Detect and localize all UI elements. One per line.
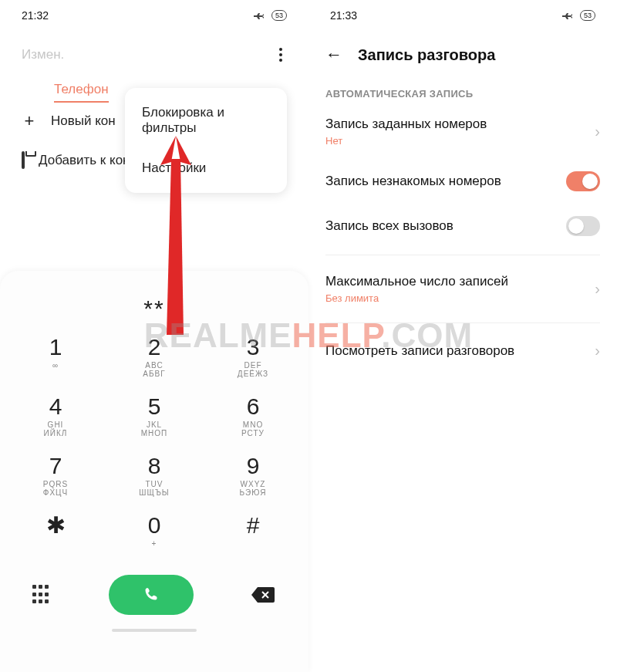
airplane-icon (253, 11, 267, 20)
tab-phone[interactable]: Телефон (54, 82, 109, 103)
popover-settings[interactable]: Настройки (125, 148, 287, 188)
setting-label: Запись незнакомых номеров (325, 174, 501, 189)
chevron-right-icon: › (595, 123, 600, 140)
overflow-popover: Блокировка и фильтры Настройки (125, 88, 287, 193)
popover-block-filters[interactable]: Блокировка и фильтры (125, 93, 287, 148)
key-3[interactable]: 3DEFДЕЁЖЗ (214, 329, 292, 384)
section-auto-record: АВТОМАТИЧЕСКАЯ ЗАПИСЬ (308, 71, 617, 104)
status-icons: 53 (253, 10, 287, 21)
status-bar: 21:32 53 (0, 0, 308, 31)
divider (325, 255, 600, 255)
setting-record-given-numbers[interactable]: Запись заданных номеров Нет › (308, 104, 617, 159)
setting-record-all-calls[interactable]: Запись всех вызовов (308, 204, 617, 248)
key-9[interactable]: 9WXYZЬЭЮЯ (214, 448, 292, 503)
divider (325, 322, 600, 323)
setting-label: Запись всех вызовов (325, 218, 453, 234)
overflow-menu-icon[interactable] (275, 43, 287, 66)
status-icons: 53 (561, 10, 595, 21)
new-contact-label: Новый кон (51, 113, 116, 129)
page-header: ← Запись разговора (308, 31, 617, 71)
call-controls (0, 567, 308, 629)
setting-sublabel: Нет (325, 135, 487, 147)
annotation-arrow (153, 136, 199, 336)
key-6[interactable]: 6MNOРСТУ (214, 389, 292, 444)
battery-icon: 53 (580, 10, 595, 21)
save-icon (22, 153, 25, 168)
setting-sublabel: Без лимита (325, 292, 508, 304)
key-star[interactable]: ✱ (17, 508, 94, 562)
key-8[interactable]: 8TUVШЩЪЫ (116, 448, 193, 503)
status-bar: 21:33 53 (308, 0, 617, 31)
plus-icon: + (22, 111, 37, 131)
key-5[interactable]: 5JKLМНОП (116, 389, 193, 444)
header-row: Измен. (0, 31, 308, 74)
setting-max-recordings[interactable]: Максимальное число записей Без лимита › (308, 262, 617, 316)
back-button[interactable]: ← (325, 45, 342, 65)
page-title: Запись разговора (358, 46, 495, 64)
key-7[interactable]: 7PQRSФХЦЧ (17, 448, 94, 503)
setting-label: Запись заданных номеров (325, 117, 487, 132)
key-2[interactable]: 2ABCАБВГ (116, 329, 193, 384)
nav-bar-handle[interactable] (112, 629, 197, 632)
status-time: 21:32 (22, 9, 49, 22)
toggle-record-all[interactable] (566, 216, 600, 236)
setting-label: Максимальное число записей (325, 274, 508, 289)
keypad: 1∞ 2ABCАБВГ 3DEFДЕЁЖЗ 4GHIИЙКЛ 5JKLМНОП … (0, 329, 308, 562)
call-recording-settings-screen: 21:33 53 ← Запись разговора АВТОМАТИЧЕСК… (308, 0, 617, 672)
battery-icon: 53 (271, 10, 287, 21)
chevron-right-icon: › (595, 342, 600, 360)
key-1[interactable]: 1∞ (17, 329, 94, 384)
key-hash[interactable]: # (214, 508, 292, 562)
toggle-record-unknown[interactable] (566, 171, 600, 191)
chevron-right-icon: › (595, 280, 600, 298)
call-button[interactable] (109, 575, 194, 615)
airplane-icon (561, 11, 575, 20)
key-0[interactable]: 0+ (116, 508, 193, 562)
setting-view-recordings[interactable]: Посмотреть записи разговоров › (308, 329, 617, 372)
key-4[interactable]: 4GHIИЙКЛ (17, 389, 94, 444)
setting-label: Посмотреть записи разговоров (325, 343, 514, 359)
edit-button[interactable]: Измен. (22, 47, 64, 62)
dialpad-grid-icon[interactable] (32, 585, 52, 605)
dialer-screen: 21:32 53 Измен. Телефон + Новый кон Доба… (0, 0, 308, 672)
phone-icon (142, 586, 160, 604)
status-time: 21:33 (330, 9, 357, 22)
setting-record-unknown-numbers[interactable]: Запись незнакомых номеров (308, 159, 617, 204)
backspace-button[interactable] (250, 586, 276, 604)
